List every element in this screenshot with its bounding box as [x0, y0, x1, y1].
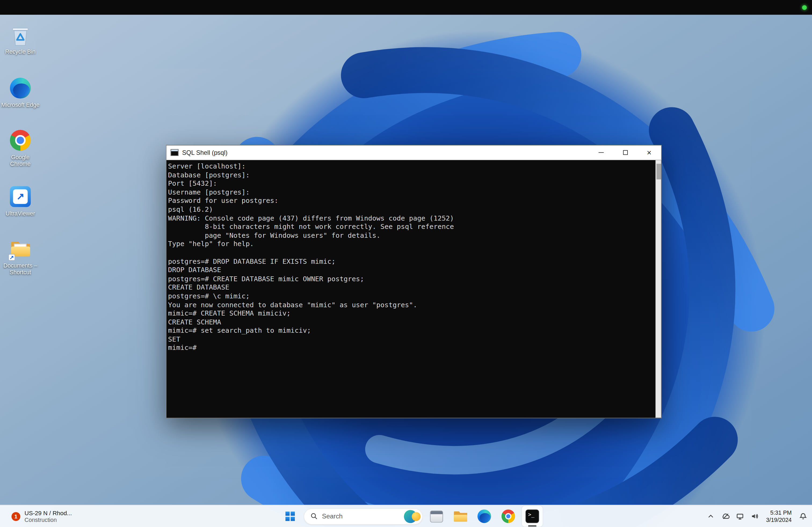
maximize-button[interactable]	[613, 146, 637, 160]
speaker-icon	[751, 512, 759, 520]
search-highlight-icon	[404, 510, 420, 523]
close-button[interactable]: ×	[637, 146, 661, 160]
desktop-icon-documents-shortcut[interactable]: ↗ Documents – Shortcut	[1, 238, 40, 276]
search-placeholder: Search	[322, 512, 400, 520]
desktop-icon-label: Google Chrome	[1, 154, 40, 167]
documents-folder-icon: ↗	[10, 238, 31, 260]
desktop-icon-label: Microsoft Edge	[1, 102, 40, 108]
terminal-icon: >_	[525, 510, 539, 523]
shortcut-arrow-icon: ↗	[8, 254, 15, 260]
console-line: You are now connected to database "mimic…	[168, 301, 653, 309]
screen: Recycle Bin Microsoft Edge Google Chrome…	[0, 0, 812, 527]
console-line: DROP DATABASE	[168, 266, 653, 274]
widget-subtext: Construction	[25, 516, 72, 523]
console-line: 8-bit characters might not work correctl…	[168, 223, 653, 231]
console-line: mimic=# set search_path to mimiciv;	[168, 327, 653, 335]
widgets-button[interactable]: 1 US-29 N / Rhod... Construction	[7, 505, 76, 527]
edge-icon	[10, 77, 31, 99]
taskbar-sql-shell[interactable]: >_	[522, 506, 543, 527]
widget-badge: 1	[12, 512, 20, 521]
desktop-icon-microsoft-edge[interactable]: Microsoft Edge	[1, 77, 40, 109]
taskbar-microsoft-edge[interactable]	[474, 506, 495, 527]
windows-logo-icon	[285, 511, 295, 521]
bell-icon	[799, 512, 807, 520]
running-app-indicator	[528, 525, 536, 527]
minimize-button[interactable]	[589, 146, 613, 160]
tray-time: 5:31 PM	[770, 509, 792, 516]
console-text: Server [localhost]:Database [postgres]:P…	[168, 162, 653, 352]
console-line: postgres=# CREATE DATABASE mimic OWNER p…	[168, 275, 653, 283]
ultraviewer-icon: ↗	[10, 186, 31, 208]
taskbar-google-chrome[interactable]	[498, 506, 519, 527]
console-line: postgres=# \c mimic;	[168, 292, 653, 301]
window-titlebar[interactable]: SQL Shell (psql) ×	[166, 146, 661, 160]
tray-clock[interactable]: 5:31 PM 3/19/2024	[762, 506, 795, 527]
console-line: Server [localhost]:	[168, 162, 653, 171]
chevron-up-icon	[707, 512, 715, 520]
taskbar: 1 US-29 N / Rhod... Construction Search	[0, 505, 812, 527]
sql-shell-window: SQL Shell (psql) × Server [localhost]:Da…	[166, 145, 662, 418]
tray-notifications[interactable]	[796, 506, 810, 527]
console-line: CREATE SCHEMA	[168, 318, 653, 327]
recycle-bin-icon	[10, 24, 31, 46]
file-explorer-icon	[453, 511, 467, 522]
start-button[interactable]	[280, 506, 301, 527]
console-window-icon	[171, 149, 178, 156]
window-title: SQL Shell (psql)	[182, 149, 228, 156]
console-line: Database [postgres]:	[168, 171, 653, 180]
app-window-icon	[430, 510, 443, 523]
scrollbar-thumb[interactable]	[656, 164, 661, 179]
remote-session-bar	[0, 0, 812, 15]
desktop-icon-google-chrome[interactable]: Google Chrome	[1, 129, 40, 167]
console-line: Type "help" for help.	[168, 240, 653, 249]
console-line: Password for user postgres:	[168, 197, 653, 205]
desktop-icon-recycle-bin[interactable]: Recycle Bin	[1, 24, 40, 55]
close-icon: ×	[647, 149, 651, 156]
desktop-icon-label: Recycle Bin	[5, 48, 35, 55]
chrome-icon	[502, 510, 515, 523]
console-line: page "Notes for Windows users" for detai…	[168, 231, 653, 240]
console-line: SET	[168, 335, 653, 344]
console-output[interactable]: Server [localhost]:Database [postgres]:P…	[166, 160, 661, 418]
console-line: Port [5432]:	[168, 180, 653, 188]
onedrive-cloud-icon	[721, 512, 730, 520]
system-tray: 5:31 PM 3/19/2024	[704, 505, 810, 527]
chrome-icon	[10, 129, 31, 151]
console-line: postgres=# DROP DATABASE IF EXISTS mimic…	[168, 257, 653, 266]
tray-volume[interactable]	[748, 506, 762, 527]
console-line: psql (16.2)	[168, 206, 653, 214]
desktop-icon-label: UltraViewer	[6, 210, 35, 217]
taskbar-file-explorer[interactable]	[450, 506, 471, 527]
tray-date: 3/19/2024	[766, 516, 792, 524]
tray-network[interactable]	[733, 506, 747, 527]
console-line: mimic=# CREATE SCHEMA mimiciv;	[168, 310, 653, 318]
search-icon	[310, 512, 318, 520]
console-line: WARNING: Console code page (437) differs…	[168, 214, 653, 223]
console-line	[168, 249, 653, 257]
console-scrollbar[interactable]	[655, 160, 661, 418]
taskbar-center: Search >_	[280, 505, 543, 527]
taskbar-app-window[interactable]	[426, 506, 447, 527]
minimize-icon	[598, 152, 604, 153]
session-status-dot	[802, 5, 807, 10]
desktop-icon-ultraviewer[interactable]: ↗ UltraViewer	[1, 186, 40, 217]
network-icon	[736, 512, 744, 520]
console-line: mimic=#	[168, 344, 653, 352]
console-line: CREATE DATABASE	[168, 283, 653, 292]
console-line: Username [postgres]:	[168, 188, 653, 197]
tray-show-hidden-icons[interactable]	[704, 506, 718, 527]
maximize-icon	[623, 150, 627, 155]
caption-buttons: ×	[589, 146, 661, 160]
tray-onedrive[interactable]	[719, 506, 732, 527]
desktop-icon-label: Documents – Shortcut	[1, 262, 40, 276]
widget-headline: US-29 N / Rhod...	[25, 509, 72, 516]
search-box[interactable]: Search	[304, 508, 423, 524]
edge-icon	[477, 510, 491, 523]
